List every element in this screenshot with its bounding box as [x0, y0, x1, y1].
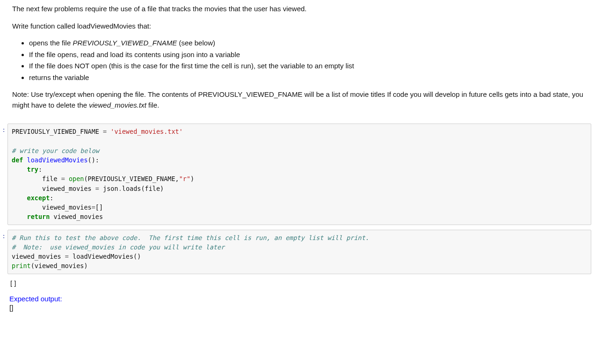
code-token: = — [92, 204, 95, 211]
text: opens the file — [29, 39, 73, 47]
code-token: = — [65, 253, 69, 260]
code-input-area[interactable]: PREVIOUSLY_VIEWED_FNAME = 'viewed_movies… — [7, 124, 591, 225]
code-indent — [12, 175, 42, 182]
code-token: = — [103, 128, 107, 135]
code-token: (viewed_movies) — [31, 262, 88, 269]
code-token: loads(file) — [122, 185, 164, 192]
code-builtin: open — [69, 175, 84, 182]
code-token: viewed_movies — [42, 185, 95, 192]
markdown-paragraph-intro2: Write function called loadViewedMovies t… — [12, 21, 595, 32]
list-item: returns the variable — [29, 73, 595, 83]
code-input-area[interactable]: # Run this to test the above code. The f… — [7, 230, 591, 274]
code-token: = — [95, 185, 99, 192]
output-prompt — [0, 279, 7, 288]
code-token: file — [42, 175, 61, 182]
code-token — [23, 156, 27, 164]
list-item: opens the file PREVIOUSLY_VIEWED_FNAME (… — [29, 38, 595, 49]
code-token: : — [38, 166, 42, 173]
code-cell-2[interactable]: : # Run this to test the above code. The… — [0, 230, 595, 274]
expected-output-value: [] — [0, 304, 595, 312]
input-prompt: : — [0, 230, 7, 274]
code-function-name: loadViewedMovies — [27, 156, 88, 164]
code-cell-1[interactable]: : PREVIOUSLY_VIEWED_FNAME = 'viewed_movi… — [0, 124, 595, 225]
code-comment: # Run this to test the above code. The f… — [12, 234, 369, 241]
code-token: viewed_movies — [42, 204, 92, 211]
code-keyword: return — [27, 213, 50, 220]
filename-emphasis: viewed_movies.txt — [89, 101, 146, 109]
markdown-paragraph-note: Note: Use try/except when opening the fi… — [12, 89, 595, 110]
code-comment: # Note: use viewed_movies in code you wi… — [12, 243, 225, 251]
list-item: If the file opens, read and load its con… — [29, 50, 595, 60]
code-comment: # write your code below — [12, 147, 99, 154]
code-keyword: except — [27, 194, 50, 202]
code-token: . — [118, 185, 122, 192]
code-builtin: print — [12, 262, 31, 269]
code-token: PREVIOUSLY_VIEWED_FNAME — [12, 128, 103, 135]
code-indent — [12, 213, 27, 220]
markdown-requirements-list: opens the file PREVIOUSLY_VIEWED_FNAME (… — [12, 38, 595, 83]
code-token — [99, 185, 103, 192]
code-token — [69, 253, 73, 260]
output-text: [] — [7, 279, 595, 288]
code-indent — [12, 204, 42, 211]
code-string: 'viewed_movies.txt' — [110, 128, 182, 135]
code-indent — [12, 194, 27, 202]
code-token: viewed_movies — [12, 253, 65, 260]
input-prompt: : — [0, 124, 7, 225]
code-indent — [12, 185, 42, 192]
list-item: If the file does NOT open (this is the c… — [29, 61, 595, 72]
output-cell: [] — [0, 279, 595, 288]
code-indent — [12, 166, 27, 173]
code-token — [65, 175, 69, 182]
code-token: viewed_movies — [53, 213, 103, 220]
text: (see below) — [177, 39, 215, 47]
notebook-root: The next few problems require the use of… — [0, 0, 595, 312]
markdown-paragraph-intro1: The next few problems require the use of… — [12, 4, 595, 15]
code-block[interactable]: # Run this to test the above code. The f… — [12, 233, 587, 271]
code-token: (): — [88, 156, 99, 164]
expected-output-label: Expected output: — [0, 295, 595, 303]
expected-output-block: Expected output: [] — [0, 295, 595, 312]
code-token: : — [50, 194, 53, 202]
code-token: (PREVIOUSLY_VIEWED_FNAME, — [84, 175, 179, 182]
code-token: [] — [95, 204, 103, 211]
filename-emphasis: PREVIOUSLY_VIEWED_FNAME — [73, 39, 177, 47]
code-string: "r" — [179, 175, 190, 182]
code-token: = — [61, 175, 65, 182]
code-token: ) — [190, 175, 194, 182]
code-keyword: def — [12, 156, 23, 164]
code-token: json — [103, 185, 118, 192]
code-block[interactable]: PREVIOUSLY_VIEWED_FNAME = 'viewed_movies… — [12, 127, 587, 222]
text: file. — [146, 101, 160, 109]
code-keyword: try — [27, 166, 38, 173]
code-token: loadViewedMovies() — [73, 253, 141, 260]
markdown-cell-description: The next few problems require the use of… — [0, 0, 595, 121]
